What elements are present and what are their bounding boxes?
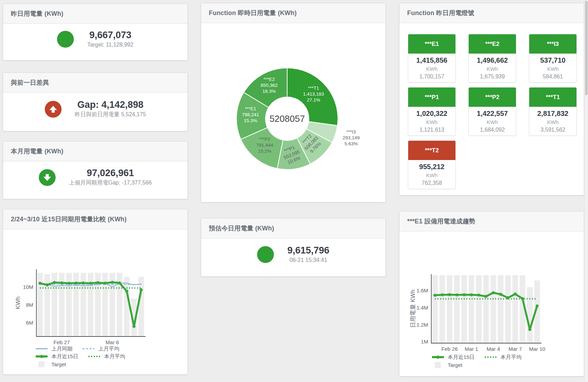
svg-text:6M: 6M (26, 320, 33, 326)
legend-sample-bar-icon (35, 361, 49, 367)
status-tile-T1: ***T12,817,832KWh3,591,562 (529, 87, 577, 136)
status-circle-icon (257, 246, 274, 263)
panel-month-usage: 本月用電量 (KWh) 97,026,961 上個月同期用電Gap: -17,3… (3, 141, 188, 199)
stat-value: 9,615,796 (287, 245, 329, 256)
dashboard: 昨日用電量 (KWh) 9,667,073 Target: 11,128,992… (0, 0, 588, 382)
tile-unit: KWh (529, 65, 576, 72)
tile-unit: KWh (469, 118, 516, 126)
legend-row: 本月近15日本月平均 (35, 353, 134, 360)
panel-body: ***T11,413,18327.1%***I3293,1495.63%***T… (201, 23, 385, 202)
chart-legend: 上月同期上月平均本月近15日本月平均Target (35, 345, 134, 368)
panel-header[interactable]: 2/24~3/10 近15日同期用電量比較 (KWh) (3, 209, 187, 229)
panel-body: Gap: 4,142,898 昨日與前日用電量 5,524,175 (3, 93, 187, 131)
legend-item-本月近15日[interactable]: 本月近15日 (431, 354, 475, 361)
legend-label: 本月平均 (104, 353, 125, 360)
legend-label: Target (51, 361, 66, 367)
legend-label: 上月同期 (51, 346, 72, 352)
tile-unit: KWh (469, 65, 516, 72)
legend-item-上月平均[interactable]: 上月平均 (82, 346, 119, 352)
panel-realtime-usage-donut: Function 即時日用電量 (KWh) ***T11,413,18327.1… (201, 3, 386, 202)
bar-series-Target (432, 275, 540, 343)
y-axis-label: KWh (15, 297, 21, 310)
status-tiles-grid: ***E11,415,856KWh1,700,157***E21,496,662… (399, 23, 584, 195)
arrow-down-icon (43, 173, 52, 182)
legend-item-本月平均[interactable]: 本月平均 (87, 353, 125, 360)
legend-item-本月平均[interactable]: 本月平均 (484, 354, 522, 361)
svg-text:Mar 7: Mar 7 (509, 346, 522, 352)
chart-legend: 本月近15日本月平均Target (431, 353, 531, 369)
svg-text:10M: 10M (23, 284, 33, 290)
legend-label: Target (448, 362, 462, 368)
legend-sample-line-dotted-icon (484, 354, 498, 360)
tile-name: ***E2 (469, 34, 516, 54)
stat-value: 9,667,073 (87, 30, 133, 41)
panel-e1-trend: ***E1 設備用電達成趨勢 1M1.2M1.4M1.6MFeb 26Mar 1… (399, 211, 584, 376)
legend-sample-line-thick-icon (35, 353, 49, 360)
panel-yesterday-status-lights: Function 昨日用電燈號 ***E11,415,856KWh1,700,1… (399, 3, 584, 195)
legend-label: 本月近15日 (51, 353, 78, 360)
legend-item-本月近15日[interactable]: 本月近15日 (35, 353, 78, 360)
stat-subtitle: 昨日與前日用電量 5,524,175 (75, 110, 146, 119)
donut-center-value: 5208057 (269, 113, 305, 124)
tile-body: 537,710KWh584,861 (529, 54, 576, 81)
comparison-chart[interactable]: 6M8M10MFeb 27Mar 6KWh (3, 229, 188, 345)
stat-subtitle: Target: 11,128,992 (87, 41, 133, 49)
tile-name: ***P1 (408, 88, 455, 107)
panel-title: 預估今日用電量 (KWh) (209, 224, 274, 232)
panel-header[interactable]: Function 昨日用電燈號 (399, 3, 584, 23)
svg-text:Feb 27: Feb 27 (54, 339, 70, 345)
tile-body: 1,415,856KWh1,700,157 (408, 54, 455, 81)
panel-header[interactable]: Function 即時日用電量 (KWh) (201, 3, 385, 23)
tile-body: 1,020,322KWh1,121,613 (408, 107, 455, 134)
arrow-up-icon (49, 105, 58, 114)
panel-title: 2/24~3/10 近15日同期用電量比較 (KWh) (11, 215, 127, 223)
status-tile-P2: ***P21,422,557KWh1,684,092 (468, 87, 516, 136)
stat-value: 97,026,961 (69, 168, 152, 179)
panel-header[interactable]: 與前一日差異 (3, 73, 187, 93)
status-tile-P1: ***P11,020,322KWh1,121,613 (408, 87, 456, 136)
donut-chart[interactable]: ***T11,413,18327.1%***I3293,1495.63%***T… (201, 23, 386, 202)
status-circle-icon (39, 169, 56, 186)
panel-header[interactable]: 昨日用電量 (KWh) (3, 4, 187, 24)
tile-target-value: 762,358 (408, 179, 455, 187)
legend-item-Target[interactable]: Target (431, 362, 462, 368)
panel-header[interactable]: ***E1 設備用電達成趨勢 (399, 211, 584, 231)
panel-body: 9,615,796 06-21 15:34:41 (201, 238, 385, 276)
trend-chart[interactable]: 1M1.2M1.4M1.6MFeb 26Mar 1Mar 4Mar 7Mar 1… (399, 231, 584, 352)
panel-title: 與前一日差異 (11, 78, 49, 87)
panel-body: 1M1.2M1.4M1.6MFeb 26Mar 1Mar 4Mar 7Mar 1… (399, 231, 584, 376)
svg-text:Mar 1: Mar 1 (465, 346, 478, 352)
scrollbar-thumb[interactable] (585, 1, 588, 95)
panel-title: Function 昨日用電燈號 (407, 9, 474, 17)
panel-title: 昨日用電量 (KWh) (11, 9, 63, 18)
tile-body: 2,817,832KWh3,591,562 (529, 107, 576, 134)
tile-target-value: 1,675,939 (469, 72, 516, 81)
tile-name: ***T1 (529, 88, 576, 107)
svg-text:8M: 8M (26, 302, 33, 308)
panel-title: ***E1 設備用電達成趨勢 (407, 217, 475, 225)
svg-text:1M: 1M (421, 339, 428, 345)
scrollbar[interactable] (584, 0, 588, 382)
tile-unit: KWh (408, 172, 455, 179)
legend-row: Target (35, 360, 134, 368)
tile-value: 1,496,662 (469, 56, 516, 65)
y-axis-label: 日用電量 KWh (410, 290, 416, 328)
tile-body: 1,422,557KWh1,684,092 (469, 107, 516, 134)
status-circle-icon (57, 31, 74, 48)
legend-item-Target[interactable]: Target (35, 361, 66, 367)
tile-unit: KWh (408, 118, 455, 126)
tile-target-value: 1,700,157 (408, 72, 455, 81)
tile-target-value: 1,121,613 (408, 126, 455, 134)
legend-item-上月同期[interactable]: 上月同期 (35, 346, 72, 352)
svg-text:Mar 4: Mar 4 (487, 346, 500, 352)
panel-header[interactable]: 預估今日用電量 (KWh) (201, 218, 385, 238)
panel-today-estimate: 預估今日用電量 (KWh) 9,615,796 06-21 15:34:41 (201, 218, 386, 277)
svg-text:1.2M: 1.2M (417, 322, 428, 328)
donut-slice-label: ***I3293,1495.63% (342, 129, 360, 146)
panel-header[interactable]: 本月用電量 (KWh) (3, 141, 187, 161)
panel-title: 本月用電量 (KWh) (11, 147, 63, 155)
status-circle-icon (45, 101, 62, 118)
panel-gap-previous-day: 與前一日差異 Gap: 4,142,898 昨日與前日用電量 5,524,175 (3, 72, 188, 131)
tile-target-value: 3,591,562 (529, 126, 576, 134)
svg-text:Feb 26: Feb 26 (441, 346, 458, 352)
